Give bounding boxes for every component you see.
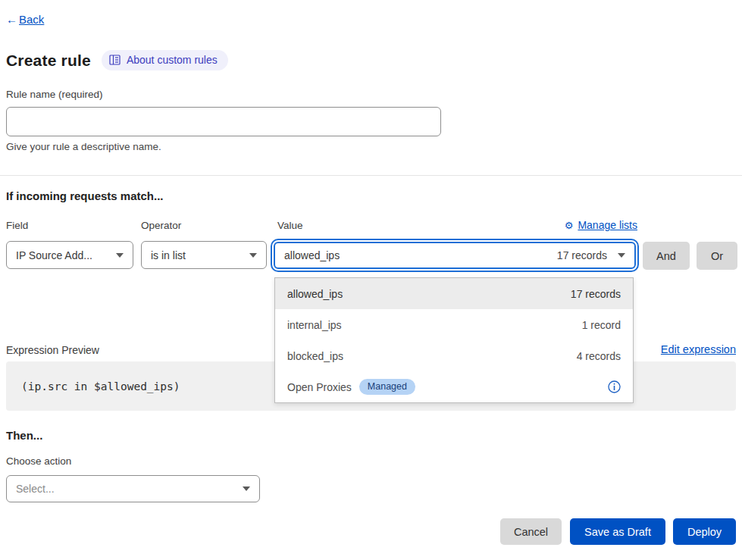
back-arrow-icon: ←: [6, 13, 17, 26]
list-item-name: allowed_ips: [287, 288, 343, 300]
chevron-down-icon: [116, 253, 124, 258]
list-item-blocked-ips[interactable]: blocked_ips 4 records: [275, 340, 633, 371]
title-row: Create rule About custom rules: [6, 50, 228, 70]
manage-lists-label: Manage lists: [578, 219, 637, 231]
operator-label: Operator: [141, 220, 181, 231]
choose-action-label: Choose action: [6, 455, 71, 467]
chevron-down-icon: [243, 486, 250, 491]
create-rule-page: ←Back Create rule About custom rules Rul…: [0, 0, 742, 560]
expression-preview-label: Expression Preview: [6, 344, 99, 356]
then-section-heading: Then...: [6, 429, 42, 442]
book-icon: [109, 55, 121, 65]
about-label: About custom rules: [127, 54, 218, 66]
operator-select-value: is in list: [151, 249, 186, 261]
value-select-value: allowed_ips: [284, 249, 340, 261]
operator-select[interactable]: is in list: [141, 241, 267, 269]
list-item-open-proxies[interactable]: Open Proxies Managed: [275, 371, 633, 402]
list-item-detail: 4 records: [577, 350, 621, 362]
list-item-detail: 1 record: [582, 319, 621, 331]
action-select[interactable]: Select...: [6, 475, 260, 502]
info-icon[interactable]: [608, 380, 621, 393]
value-dropdown-list: allowed_ips 17 records internal_ips 1 re…: [274, 277, 634, 403]
list-item-detail: 17 records: [571, 288, 621, 300]
value-label: Value: [277, 220, 303, 231]
rule-name-helper: Give your rule a descriptive name.: [6, 141, 161, 152]
match-section-heading: If incoming requests match...: [6, 189, 164, 202]
rule-name-label: Rule name (required): [6, 89, 103, 100]
field-select-value: IP Source Add...: [16, 249, 92, 261]
about-custom-rules-link[interactable]: About custom rules: [102, 50, 228, 70]
and-button[interactable]: And: [643, 242, 690, 270]
expression-code: (ip.src in $allowed_ips): [21, 380, 180, 393]
chevron-down-icon: [618, 253, 625, 258]
cancel-button[interactable]: Cancel: [500, 518, 562, 545]
field-label: Field: [6, 220, 28, 231]
value-records-count: 17 records: [557, 249, 607, 261]
edit-expression-link[interactable]: Edit expression: [661, 343, 736, 355]
section-divider: [0, 175, 742, 176]
field-select[interactable]: IP Source Add...: [6, 241, 133, 269]
action-select-placeholder: Select...: [16, 483, 55, 495]
list-item-allowed-ips[interactable]: allowed_ips 17 records: [275, 278, 633, 309]
list-item-internal-ips[interactable]: internal_ips 1 record: [275, 309, 633, 340]
list-item-name: internal_ips: [287, 319, 342, 331]
page-title: Create rule: [6, 52, 91, 70]
deploy-button[interactable]: Deploy: [673, 518, 736, 545]
value-select[interactable]: allowed_ips 17 records: [274, 242, 636, 269]
managed-badge: Managed: [359, 379, 415, 395]
back-label: Back: [19, 13, 44, 26]
save-as-draft-button[interactable]: Save as Draft: [570, 518, 665, 545]
list-item-name: Open Proxies: [287, 381, 352, 393]
list-item-name: blocked_ips: [287, 350, 343, 362]
manage-lists-link[interactable]: ⚙ Manage lists: [565, 219, 637, 231]
back-link[interactable]: ←Back: [6, 13, 44, 26]
chevron-down-icon: [249, 253, 257, 258]
rule-name-input[interactable]: [6, 107, 441, 136]
or-button[interactable]: Or: [697, 242, 737, 270]
gear-icon: ⚙: [565, 220, 574, 231]
